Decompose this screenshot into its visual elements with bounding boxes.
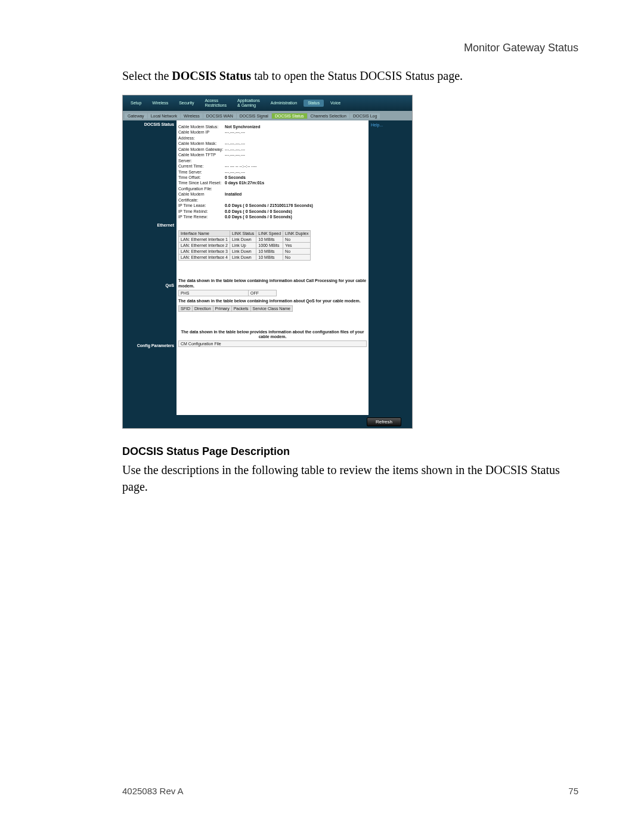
tab-voice[interactable]: Voice <box>326 100 345 107</box>
gateway-ui-screenshot: Setup Wireless Security Access Restricti… <box>122 95 413 429</box>
subtab-wireless[interactable]: Wireless <box>181 113 203 119</box>
top-nav: Setup Wireless Security Access Restricti… <box>123 95 412 111</box>
eth-header: Interface Name <box>179 231 230 237</box>
status-kv-key: Cable Modem Status: <box>178 124 225 129</box>
status-kv-key: Cable Modem Mask: <box>178 141 225 146</box>
qos-note-2: The data shown in the table below contai… <box>178 299 367 304</box>
subtab-docsis-signal[interactable]: DOCSIS Signal <box>237 113 271 119</box>
status-kv-value: 0.0 Days ( 0 Seconds / 2151001176 Second… <box>225 203 367 208</box>
config-table: CM Configuration File <box>178 340 367 347</box>
eth-cell: Link Down <box>230 237 256 243</box>
section-heading: DOCSIS Status Page Description <box>122 445 578 458</box>
status-kv-value: 0.0 Days ( 0 Seconds / 0 Seconds) <box>225 209 367 214</box>
table-row: PHSOFF <box>179 290 277 296</box>
table-row: LAN: Ethernet Interface 4Link Down10 MBi… <box>179 255 311 261</box>
eth-cell: Link Up <box>230 243 256 249</box>
status-kv-row: IP Time Renew:0.0 Days ( 0 Seconds / 0 S… <box>178 214 367 219</box>
intro-text: Select the DOCSIS Status tab to open the… <box>122 67 578 84</box>
side-heading-config-params: Config Parameters <box>123 342 177 349</box>
subtab-docsis-log[interactable]: DOCSIS Log <box>350 113 380 119</box>
status-kv-row: Cable Modem Certificate:Installed <box>178 191 367 203</box>
config-note: The data shown in the table below provid… <box>178 330 367 340</box>
intro-bold: DOCSIS Status <box>172 69 251 82</box>
status-kv-row: Cable Modem TFTP Server:---.---.---.--- <box>178 152 367 163</box>
help-link[interactable]: Help... <box>371 123 383 127</box>
status-kv-block: Cable Modem Status:Not SynchronizedCable… <box>178 124 367 219</box>
config-row-label: CM Configuration File <box>179 341 367 347</box>
tab-status[interactable]: Status <box>304 100 324 107</box>
table-row: Interface NameLINK StatusLINK SpeedLINK … <box>179 231 311 237</box>
status-kv-value: 0 Seconds <box>225 175 367 180</box>
status-kv-value <box>225 186 367 191</box>
status-kv-key: IP Time Rebind: <box>178 209 225 214</box>
status-kv-key: Cable Modem TFTP Server: <box>178 152 225 163</box>
status-kv-key: Time Offset: <box>178 175 225 180</box>
tab-wireless[interactable]: Wireless <box>148 100 172 107</box>
tab-access-restrictions[interactable]: Access Restrictions <box>200 98 231 108</box>
status-kv-value: ---.---.---.--- <box>225 147 367 152</box>
eth-header: LINK Speed <box>256 231 283 237</box>
phs-value: OFF <box>249 290 277 296</box>
subtab-local-network[interactable]: Local Network <box>148 113 180 119</box>
subtab-docsis-wan[interactable]: DOCSIS WAN <box>203 113 236 119</box>
status-kv-row: Time Server:---.---.---.--- <box>178 169 367 175</box>
status-kv-value: --- --- -- --:--:-- ---- <box>225 163 367 169</box>
eth-cell: LAN: Ethernet Interface 2 <box>179 243 230 249</box>
footer-page-number: 75 <box>568 786 578 796</box>
status-kv-row: IP Time Lease:0.0 Days ( 0 Seconds / 215… <box>178 203 367 208</box>
status-kv-value: ---.---.---.--- <box>225 152 367 163</box>
qos-h-sfid: SFID <box>179 305 193 311</box>
page-footer: 4025083 Rev A 75 <box>122 786 578 796</box>
side-heading-qos: QoS <box>123 281 177 289</box>
intro-pre: Select the <box>122 69 172 82</box>
status-kv-value: 0 days 01h:27m:01s <box>225 180 367 185</box>
status-kv-row: Cable Modem Gateway:---.---.---.--- <box>178 147 367 152</box>
qos-h-packets: Packets <box>231 305 250 311</box>
status-kv-row: Time Offset:0 Seconds <box>178 175 367 180</box>
eth-header: LINK Duplex <box>283 231 311 237</box>
eth-header: LINK Status <box>230 231 256 237</box>
side-heading-docsis-status: DOCSIS Status <box>123 120 177 128</box>
table-row: CM Configuration File <box>179 341 367 347</box>
status-kv-row: IP Time Rebind:0.0 Days ( 0 Seconds / 0 … <box>178 209 367 214</box>
status-kv-key: Time Server: <box>178 169 225 175</box>
subtab-channels-selection[interactable]: Channels Selection <box>308 113 349 119</box>
status-kv-row: Time Since Last Reset:0 days 01h:27m:01s <box>178 180 367 185</box>
footer-doc-id: 4025083 Rev A <box>122 786 184 796</box>
eth-cell: LAN: Ethernet Interface 4 <box>179 255 230 261</box>
tab-applications-gaming[interactable]: Applications & Gaming <box>233 98 264 108</box>
status-kv-value: Not Synchronized <box>225 124 367 129</box>
tab-setup[interactable]: Setup <box>126 100 145 107</box>
eth-cell: No <box>283 249 311 255</box>
tab-security[interactable]: Security <box>175 100 198 107</box>
eth-cell: No <box>283 237 311 243</box>
subtab-docsis-status[interactable]: DOCSIS Status <box>272 113 307 119</box>
status-kv-value: Installed <box>225 191 367 203</box>
section-body: Use the descriptions in the following ta… <box>122 462 578 495</box>
tab-administration[interactable]: Administration <box>267 100 301 107</box>
status-kv-row: Cable Modem Status:Not Synchronized <box>178 124 367 129</box>
eth-cell: 1000 MBits <box>256 243 283 249</box>
status-kv-row: Configuration File: <box>178 186 367 191</box>
screenshot-footer-bar: Refresh <box>123 415 412 428</box>
table-row: LAN: Ethernet Interface 3Link Down10 MBi… <box>179 249 311 255</box>
page-header-right: Monitor Gateway Status <box>122 42 578 54</box>
eth-cell: 10 MBits <box>256 237 283 243</box>
help-column: Help... <box>369 120 412 415</box>
status-kv-key: Cable Modem Certificate: <box>178 191 225 203</box>
eth-cell: LAN: Ethernet Interface 1 <box>179 237 230 243</box>
status-kv-key: Time Since Last Reset: <box>178 180 225 185</box>
table-row: SFID Direction Primary Packets Service C… <box>179 305 293 311</box>
subtab-gateway[interactable]: Gateway <box>125 113 147 119</box>
status-kv-key: Cable Modem Gateway: <box>178 147 225 152</box>
phs-label: PHS <box>179 290 249 296</box>
eth-cell: 10 MBits <box>256 255 283 261</box>
side-column: DOCSIS Status Ethernet QoS Config Parame… <box>123 120 177 415</box>
qos-h-service-class: Service Class Name <box>250 305 292 311</box>
refresh-button[interactable]: Refresh <box>367 417 401 426</box>
phs-table: PHSOFF <box>178 290 277 296</box>
content-column: Cable Modem Status:Not SynchronizedCable… <box>177 120 369 415</box>
status-kv-key: IP Time Renew: <box>178 214 225 219</box>
status-kv-value: ---.---.---.--- <box>225 141 367 146</box>
status-kv-row: Cable Modem Mask:---.---.---.--- <box>178 141 367 146</box>
